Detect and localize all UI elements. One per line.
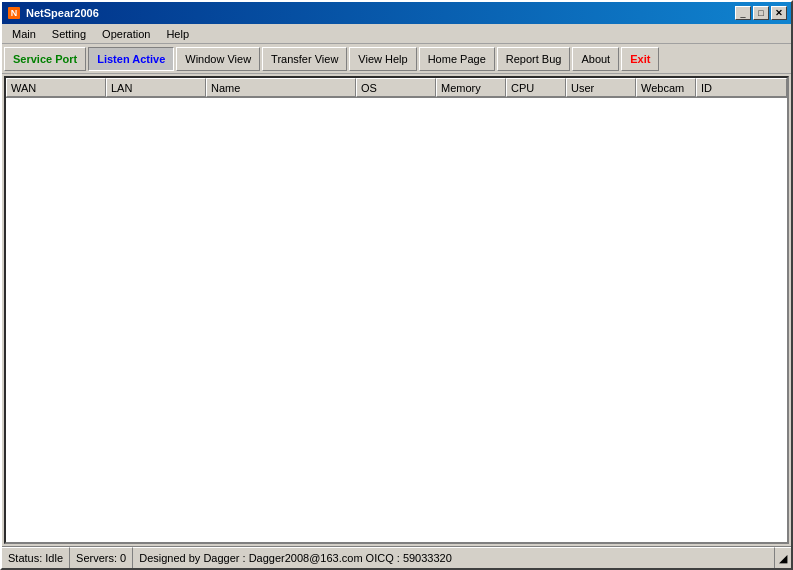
col-header-webcam: Webcam [636, 78, 696, 97]
col-header-memory: Memory [436, 78, 506, 97]
window-view-button[interactable]: Window View [176, 47, 260, 71]
col-header-os: OS [356, 78, 436, 97]
listen-active-button[interactable]: Listen Active [88, 47, 174, 71]
view-help-button[interactable]: View Help [349, 47, 416, 71]
table-header: WAN LAN Name OS Memory CPU User Webcam I… [6, 78, 787, 98]
menu-bar: Main Setting Operation Help [2, 24, 791, 44]
main-window: N NetSpear2006 _ □ ✕ Main Setting Operat… [0, 0, 793, 570]
menu-main[interactable]: Main [4, 26, 44, 42]
title-bar-left: N NetSpear2006 [6, 5, 99, 21]
col-header-wan: WAN [6, 78, 106, 97]
table-body [6, 98, 787, 542]
home-page-button[interactable]: Home Page [419, 47, 495, 71]
col-header-name: Name [206, 78, 356, 97]
toolbar: Service Port Listen Active Window View T… [2, 44, 791, 74]
service-port-button[interactable]: Service Port [4, 47, 86, 71]
minimize-button[interactable]: _ [735, 6, 751, 20]
status-servers: Servers: 0 [70, 547, 133, 568]
col-header-id: ID [696, 78, 787, 97]
exit-button[interactable]: Exit [621, 47, 659, 71]
menu-operation[interactable]: Operation [94, 26, 158, 42]
col-header-cpu: CPU [506, 78, 566, 97]
report-bug-button[interactable]: Report Bug [497, 47, 571, 71]
status-bar: Status: Idle Servers: 0 Designed by Dagg… [2, 546, 791, 568]
title-buttons: _ □ ✕ [735, 6, 787, 20]
maximize-button[interactable]: □ [753, 6, 769, 20]
transfer-view-button[interactable]: Transfer View [262, 47, 347, 71]
status-idle: Status: Idle [2, 547, 70, 568]
content-area: WAN LAN Name OS Memory CPU User Webcam I… [4, 76, 789, 544]
menu-setting[interactable]: Setting [44, 26, 94, 42]
svg-text:N: N [11, 8, 18, 18]
app-icon: N [6, 5, 22, 21]
col-header-lan: LAN [106, 78, 206, 97]
col-header-user: User [566, 78, 636, 97]
window-title: NetSpear2006 [26, 7, 99, 19]
about-button[interactable]: About [572, 47, 619, 71]
menu-help[interactable]: Help [158, 26, 197, 42]
title-bar: N NetSpear2006 _ □ ✕ [2, 2, 791, 24]
resize-grip[interactable]: ◢ [775, 547, 791, 568]
close-button[interactable]: ✕ [771, 6, 787, 20]
status-designed: Designed by Dagger : Dagger2008@163.com … [133, 547, 775, 568]
